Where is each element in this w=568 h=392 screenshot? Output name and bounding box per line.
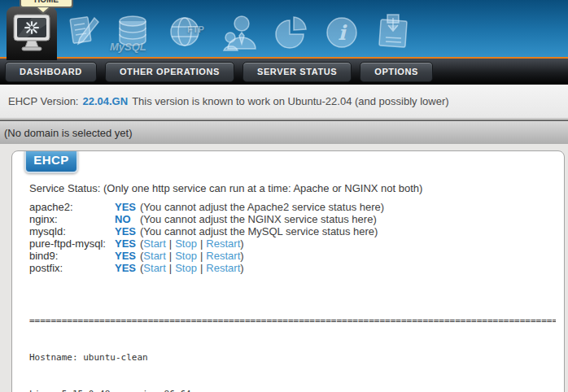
- backup-icon[interactable]: [375, 13, 411, 52]
- service-note: (You cannot adjust the Apache2 service s…: [140, 201, 384, 213]
- nav-button-options[interactable]: OPTIONS: [360, 62, 433, 82]
- service-row-pure-ftpd-mysql: pure-ftpd-mysql:YES(Start|Stop|Restart): [29, 237, 556, 250]
- service-status-value: NO: [115, 213, 140, 225]
- service-name: pure-ftpd-mysql:: [29, 237, 115, 250]
- no-domain-text: (No domain is selected yet): [4, 127, 133, 139]
- ehcp-control-panel: { "toolbar": { "tooltip": "HOME", "icons…: [0, 0, 568, 392]
- notes-icon[interactable]: [65, 13, 101, 52]
- service-status-value: YES: [115, 201, 140, 213]
- mysql-database-icon[interactable]: MySQL: [115, 13, 151, 52]
- service-row-postfix: postfix:YES(Start|Stop|Restart): [29, 262, 556, 274]
- service-note: (You cannot adjust the MySQL service sta…: [140, 225, 378, 237]
- restart-link[interactable]: Restart: [206, 237, 240, 250]
- version-note: This version is known to work on Ubuntu-…: [132, 95, 448, 107]
- nav-button-dashboard[interactable]: DASHBOARD: [5, 62, 97, 82]
- version-label: EHCP Version:: [8, 95, 78, 107]
- separator-equals: ========================================…: [29, 315, 556, 327]
- information-icon[interactable]: i: [324, 13, 360, 52]
- service-name: nginx:: [29, 213, 115, 225]
- service-row-nginx: nginx:NO(You cannot adjust the NGINX ser…: [29, 213, 556, 225]
- restart-link[interactable]: Restart: [206, 250, 240, 262]
- icon-toolbar: HOME MySQL FTP: [0, 0, 568, 57]
- restart-link[interactable]: Restart: [206, 262, 240, 274]
- nav-button-other-operations[interactable]: OTHER OPERATIONS: [105, 62, 234, 82]
- version-number: 22.04.GN: [82, 95, 128, 107]
- start-link[interactable]: Start: [143, 250, 165, 262]
- service-name: bind9:: [29, 250, 115, 262]
- service-row-apache2: apache2:YES(You cannot adjust the Apache…: [29, 201, 556, 213]
- ftp-globe-icon[interactable]: FTP: [168, 13, 203, 52]
- service-name: apache2:: [29, 201, 115, 213]
- domain-selection-bar: (No domain is selected yet): [0, 120, 568, 144]
- dashboard-panel: EHCP Service Status: (Only one http serv…: [11, 150, 565, 392]
- system-info-block: ========================================…: [29, 290, 556, 392]
- version-bar: EHCP Version: 22.04.GN This version is k…: [0, 85, 568, 119]
- ehcp-logo[interactable]: EHCP: [24, 150, 78, 173]
- service-status-value: YES: [115, 237, 140, 250]
- service-status-value: YES: [115, 250, 140, 262]
- kernel-line: Linux 5.15.0-48-generic x86_64: [29, 388, 556, 392]
- start-link[interactable]: Start: [143, 237, 165, 250]
- stop-link[interactable]: Stop: [175, 262, 197, 274]
- stop-link[interactable]: Stop: [175, 237, 197, 250]
- mysql-caption: MySQL: [110, 41, 146, 53]
- service-status-heading: Service Status: (Only one http service c…: [29, 182, 556, 194]
- service-row-bind9: bind9:YES(Start|Stop|Restart): [29, 250, 556, 262]
- ftp-caption: FTP: [187, 24, 204, 34]
- nav-bar: DASHBOARD OTHER OPERATIONS SERVER STATUS…: [0, 59, 568, 85]
- stop-link[interactable]: Stop: [175, 250, 197, 262]
- hostname-line: Hostname: ubuntu-clean: [29, 351, 556, 364]
- service-status-value: YES: [115, 262, 140, 274]
- users-icon[interactable]: [222, 13, 258, 52]
- home-computer-icon: [11, 13, 52, 54]
- service-status-value: YES: [115, 225, 140, 237]
- nav-button-server-status[interactable]: SERVER STATUS: [242, 62, 352, 82]
- start-link[interactable]: Start: [143, 262, 165, 274]
- service-name: postfix:: [29, 262, 115, 274]
- service-note: (You cannot adjust the NGINX service sta…: [140, 213, 377, 225]
- service-name: mysqld:: [29, 225, 115, 237]
- service-row-mysqld: mysqld:YES(You cannot adjust the MySQL s…: [29, 225, 556, 237]
- statistics-pie-icon[interactable]: [273, 13, 309, 52]
